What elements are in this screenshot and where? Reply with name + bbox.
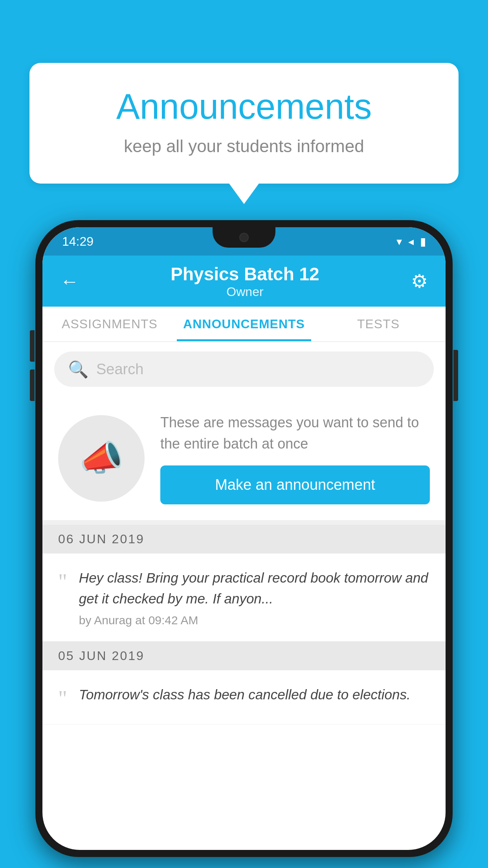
date-header-1: 06 JUN 2019: [42, 525, 446, 554]
announcement-by-1: by Anurag at 09:42 AM: [79, 614, 430, 627]
search-container: 🔍 Search: [42, 342, 446, 396]
volume-up-button: [30, 330, 35, 362]
speech-bubble-section: Announcements keep all your students inf…: [29, 63, 459, 184]
quote-icon-1: ": [58, 571, 67, 593]
megaphone-circle: 📣: [58, 415, 145, 502]
batch-title: Physics Batch 12: [171, 263, 319, 285]
announcement-message-1: Hey class! Bring your practical record b…: [79, 568, 430, 609]
back-button[interactable]: ←: [60, 270, 79, 292]
announcement-message-2: Tomorrow's class has been cancelled due …: [79, 684, 430, 705]
user-role: Owner: [171, 285, 319, 299]
signal-icon: ◂: [408, 235, 414, 248]
wifi-icon: ▾: [396, 235, 402, 248]
announcement-item-2[interactable]: " Tomorrow's class has been cancelled du…: [42, 670, 446, 725]
make-announcement-button[interactable]: Make an announcement: [160, 465, 430, 504]
tab-announcements[interactable]: ANNOUNCEMENTS: [177, 307, 311, 341]
header-center: Physics Batch 12 Owner: [171, 263, 319, 299]
promo-section: 📣 These are messages you want to send to…: [42, 396, 446, 525]
search-icon: 🔍: [68, 360, 88, 379]
power-button: [453, 350, 458, 401]
search-bar[interactable]: 🔍 Search: [54, 351, 434, 387]
announcement-item-1[interactable]: " Hey class! Bring your practical record…: [42, 554, 446, 642]
bubble-title: Announcements: [61, 86, 427, 127]
phone-screen: 14:29 ▾ ◂ ▮ ← Physics Batch 12 Owner ⚙: [42, 227, 446, 850]
search-placeholder: Search: [96, 361, 143, 378]
quote-icon-2: ": [58, 688, 67, 710]
phone-outer-frame: 14:29 ▾ ◂ ▮ ← Physics Batch 12 Owner ⚙: [35, 220, 453, 857]
tab-tests[interactable]: TESTS: [311, 307, 446, 341]
status-icons: ▾ ◂ ▮: [396, 235, 426, 248]
speech-bubble-card: Announcements keep all your students inf…: [29, 63, 459, 184]
date-label-1: 06 JUN 2019: [58, 532, 145, 546]
promo-description: These are messages you want to send to t…: [160, 412, 430, 454]
bubble-subtitle: keep all your students informed: [61, 136, 427, 156]
volume-down-button: [30, 370, 35, 401]
front-camera: [239, 233, 249, 242]
tabs-bar: ASSIGNMENTS ANNOUNCEMENTS TESTS: [42, 307, 446, 342]
megaphone-icon: 📣: [79, 438, 123, 479]
date-header-2: 05 JUN 2019: [42, 642, 446, 670]
date-label-2: 05 JUN 2019: [58, 649, 145, 663]
app-header: ← Physics Batch 12 Owner ⚙: [42, 256, 446, 307]
status-time: 14:29: [62, 234, 94, 249]
announcement-content-1: Hey class! Bring your practical record b…: [79, 568, 430, 627]
battery-icon: ▮: [420, 235, 426, 248]
status-bar: 14:29 ▾ ◂ ▮: [42, 227, 446, 256]
promo-right: These are messages you want to send to t…: [160, 412, 430, 504]
announcement-content-2: Tomorrow's class has been cancelled due …: [79, 684, 430, 710]
phone-notch: [213, 227, 275, 248]
settings-button[interactable]: ⚙: [411, 270, 428, 292]
phone-mockup: 14:29 ▾ ◂ ▮ ← Physics Batch 12 Owner ⚙: [35, 220, 453, 857]
tab-assignments[interactable]: ASSIGNMENTS: [42, 307, 177, 341]
